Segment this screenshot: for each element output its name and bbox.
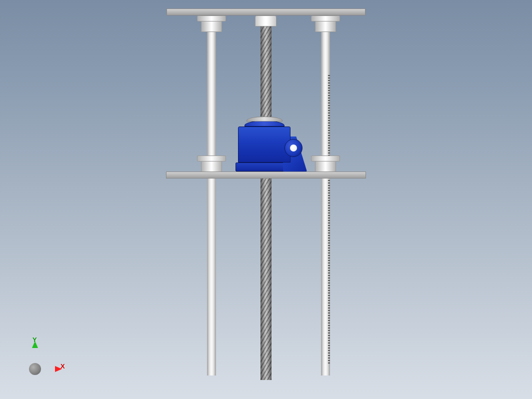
- screw-top-cap[interactable]: [255, 16, 276, 26]
- triad-y-label: Y: [32, 336, 37, 344]
- triad-origin-sphere: [29, 363, 41, 375]
- bushing-flange: [311, 156, 340, 162]
- guide-rod-left[interactable]: [207, 16, 216, 376]
- bushing-body: [315, 22, 336, 32]
- gearbox-top-cap: [246, 116, 282, 122]
- triad-axes-icon: [23, 339, 68, 384]
- worm-gearbox[interactable]: [236, 116, 306, 172]
- bushing-flange: [311, 16, 340, 22]
- gearbox-input-bore: [290, 144, 297, 152]
- bushing-mid-right[interactable]: [311, 156, 340, 172]
- rack-teeth: [328, 75, 330, 365]
- triad-x-label: X: [60, 362, 65, 370]
- mid-plate[interactable]: [166, 172, 366, 178]
- bushing-flange: [197, 156, 226, 162]
- bushing-mid-left[interactable]: [197, 156, 226, 172]
- bushing-body: [201, 22, 222, 32]
- bushing-body: [315, 162, 336, 172]
- cad-viewport[interactable]: X Y: [0, 0, 532, 399]
- bushing-flange: [197, 16, 226, 22]
- bushing-top-right[interactable]: [311, 16, 340, 32]
- lead-screw-threads: [260, 25, 272, 380]
- bushing-top-left[interactable]: [197, 16, 226, 32]
- gearbox-body: [238, 126, 290, 162]
- bushing-body: [201, 162, 222, 172]
- top-plate[interactable]: [166, 8, 366, 16]
- view-triad[interactable]: X Y: [23, 339, 68, 384]
